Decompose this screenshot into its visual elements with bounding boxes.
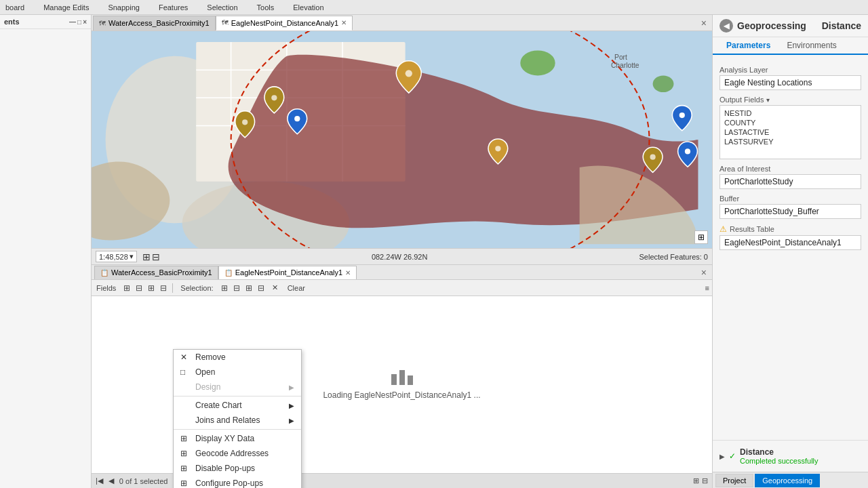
map-tab-eagle-close[interactable]: ✕	[341, 19, 347, 26]
ctx-open[interactable]: □ Open	[174, 365, 301, 380]
ctx-configure-label: Configure Pop-ups	[195, 479, 263, 488]
ctx-configure[interactable]: ⊞ Configure Pop-ups	[174, 476, 301, 488]
spinner-bar-1	[391, 374, 397, 385]
toolbar-elevation[interactable]: Elevation	[290, 3, 326, 12]
tb-icon-3[interactable]: ⊞	[148, 283, 155, 293]
tb-sel-3[interactable]: ⊞	[245, 283, 252, 293]
gp-results-table-value: EagleNestPoint_DistanceAnaly1	[719, 235, 861, 250]
status-icon-1[interactable]: ⊞	[693, 476, 699, 485]
scale-box[interactable]: 1:48,528 ▾	[96, 251, 137, 262]
map-tab-water-access[interactable]: 🗺 WaterAccess_BasicProximity1	[93, 16, 216, 30]
table-nav-first[interactable]: |◀	[96, 476, 103, 485]
svg-point-10	[520, 50, 555, 75]
table-toolbar: Fields ⊞ ⊟ ⊞ ⊟ Selection: ⊞ ⊟ ⊞ ⊟ ✕ Clea…	[92, 280, 712, 296]
tb-sel-1[interactable]: ⊞	[221, 283, 228, 293]
table-tab-eagle-close[interactable]: ✕	[345, 269, 351, 277]
ctx-open-icon: □	[180, 367, 190, 377]
toolbar-snapping[interactable]: Snapping	[105, 3, 142, 12]
tb-sel-4[interactable]: ⊟	[258, 283, 264, 293]
bottom-tabs: Project Geoprocessing	[713, 472, 868, 488]
ctx-popups-label: Disable Pop-ups	[195, 464, 255, 473]
status-icon-2[interactable]: ⊟	[702, 476, 708, 485]
loading-spinner	[391, 370, 413, 385]
ctx-remove[interactable]: ✕ Remove	[174, 350, 301, 365]
table-area-close[interactable]: ×	[696, 267, 712, 278]
ctx-design-label: Design	[195, 382, 220, 392]
ctx-disable-popups[interactable]: ⊞ Disable Pop-ups	[174, 461, 301, 476]
gp-back-button[interactable]: ◀	[719, 19, 733, 33]
tb-menu[interactable]: ≡	[705, 284, 709, 292]
ctx-display-xy[interactable]: ⊞ Display XY Data	[174, 431, 301, 446]
ctx-joins[interactable]: Joins and Relates ▶	[174, 413, 301, 428]
tb-selection[interactable]: Selection:	[178, 283, 215, 293]
table-tab-water-access[interactable]: 📋 WaterAccess_BasicProximity1	[94, 266, 218, 279]
tb-icon-4[interactable]: ⊟	[160, 283, 167, 293]
gp-aoi-label: Area of Interest	[719, 165, 861, 173]
gp-content: Analysis Layer Eagle Nesting Locations O…	[713, 55, 868, 440]
map-grid-tool[interactable]: ⊟	[152, 251, 160, 262]
tb-icon-2[interactable]: ⊟	[136, 283, 142, 293]
panel-minimize[interactable]: —	[69, 18, 76, 26]
gp-output-expand[interactable]: ▾	[766, 96, 770, 104]
ctx-remove-icon: ✕	[180, 352, 190, 362]
tb-sel-2[interactable]: ⊟	[233, 283, 240, 293]
map-tab-eagle-nest[interactable]: 🗺 EagleNestPoint_DistanceAnaly1 ✕	[216, 16, 353, 30]
tb-icon-1[interactable]: ⊞	[123, 283, 130, 293]
ctx-xy-icon: ⊞	[180, 434, 190, 443]
toolbar-selection[interactable]: Selection	[204, 3, 240, 12]
panel-restore[interactable]: □	[77, 18, 81, 26]
left-panel-header: ents — □ ×	[0, 15, 91, 29]
gp-results-table-label: Results Table	[730, 225, 774, 233]
table-nav-prev[interactable]: ◀	[108, 476, 114, 485]
loading-text: Loading EagleNestPoint_DistanceAnaly1 ..…	[323, 390, 480, 400]
map-measure-tool[interactable]: ⊞	[142, 251, 151, 262]
svg-point-16	[406, 70, 412, 77]
scale-dropdown[interactable]: ▾	[130, 252, 134, 261]
tb-fields[interactable]: Fields	[94, 283, 118, 293]
table-content: Loading EagleNestPoint_DistanceAnaly1 ..…	[92, 296, 712, 473]
ctx-geocode[interactable]: ⊞ Geocode Addresses	[174, 446, 301, 461]
ctx-joins-arrow: ▶	[289, 417, 294, 424]
map-tab-water-label: WaterAccess_BasicProximity1	[108, 19, 210, 27]
gp-tab-environments[interactable]: Environments	[778, 37, 844, 55]
toolbar-manage-edits[interactable]: Manage Edits	[41, 3, 92, 12]
svg-point-18	[242, 119, 248, 125]
gp-output-fields-header: Output Fields ▾	[719, 96, 861, 104]
gp-field-empty	[724, 146, 856, 156]
ctx-joins-label: Joins and Relates	[195, 415, 260, 425]
tb-clear[interactable]: Clear	[285, 283, 307, 293]
map-canvas[interactable]: Port Charlotte	[92, 31, 712, 248]
ctx-xy-label: Display XY Data	[195, 434, 254, 443]
ctx-design-arrow: ▶	[289, 384, 294, 391]
table-tab-eagle-label: EagleNestPoint_DistanceAnaly1	[235, 268, 342, 277]
gp-field-nestid: NESTID	[724, 108, 856, 118]
gp-field-lastsurvey: LASTSURVEY	[724, 137, 856, 146]
map-tabs-bar: 🗺 WaterAccess_BasicProximity1 🗺 EagleNes…	[92, 15, 712, 31]
ctx-create-chart[interactable]: Create Chart ▶	[174, 398, 301, 413]
table-tab-water-icon: 📋	[100, 269, 108, 277]
table-tab-eagle-icon: 📋	[224, 269, 233, 277]
toolbar-tools[interactable]: Tools	[254, 3, 277, 12]
ctx-design[interactable]: Design ▶	[174, 380, 301, 394]
svg-point-11	[653, 75, 674, 92]
table-tab-eagle-nest[interactable]: 📋 EagleNestPoint_DistanceAnaly1 ✕	[218, 266, 357, 279]
bottom-tab-geoprocessing[interactable]: Geoprocessing	[755, 474, 820, 487]
gp-aoi-value: PortCharlotteStudy	[719, 174, 861, 189]
bottom-tab-project[interactable]: Project	[715, 474, 753, 487]
status-icons: ⊞ ⊟	[693, 476, 708, 485]
table-tabs-bar: 📋 WaterAccess_BasicProximity1 📋 EagleNes…	[92, 265, 712, 280]
toolbar-features[interactable]: Features	[156, 3, 191, 12]
gp-tool-name: Distance	[822, 20, 861, 31]
panel-close[interactable]: ×	[83, 18, 87, 26]
gp-tab-parameters[interactable]: Parameters	[718, 37, 778, 55]
svg-point-14	[679, 113, 685, 118]
gp-header: ◀ Geoprocessing Distance	[713, 15, 868, 37]
map-area-close[interactable]: ×	[696, 18, 712, 28]
toolbar-board[interactable]: board	[3, 3, 27, 12]
table-area: 📋 WaterAccess_BasicProximity1 📋 EagleNes…	[92, 264, 712, 488]
map-extent-button[interactable]: ⊞	[694, 230, 708, 244]
gp-output-fields-label: Output Fields	[719, 96, 764, 104]
tb-delete[interactable]: ✕	[270, 283, 280, 293]
gp-result-expand[interactable]: ▶	[719, 453, 725, 460]
map-tab-eagle-label: EagleNestPoint_DistanceAnaly1	[231, 19, 338, 27]
